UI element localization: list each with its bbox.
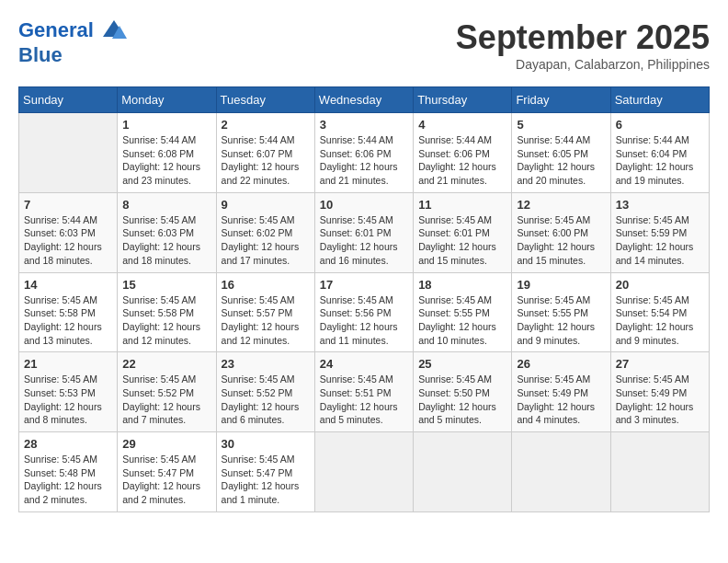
calendar-cell: 21Sunrise: 5:45 AM Sunset: 5:53 PM Dayli… bbox=[19, 352, 118, 432]
day-number: 8 bbox=[122, 198, 210, 212]
day-info: Sunrise: 5:45 AM Sunset: 5:48 PM Dayligh… bbox=[24, 453, 112, 507]
calendar-cell: 24Sunrise: 5:45 AM Sunset: 5:51 PM Dayli… bbox=[314, 352, 413, 432]
calendar-cell: 10Sunrise: 5:45 AM Sunset: 6:01 PM Dayli… bbox=[314, 192, 413, 272]
calendar-cell: 16Sunrise: 5:45 AM Sunset: 5:57 PM Dayli… bbox=[216, 272, 314, 352]
calendar-cell: 11Sunrise: 5:45 AM Sunset: 6:01 PM Dayli… bbox=[414, 192, 512, 272]
calendar-cell: 3Sunrise: 5:44 AM Sunset: 6:06 PM Daylig… bbox=[314, 113, 413, 193]
calendar-cell: 1Sunrise: 5:44 AM Sunset: 6:08 PM Daylig… bbox=[118, 113, 216, 193]
day-number: 30 bbox=[222, 437, 310, 451]
day-info: Sunrise: 5:45 AM Sunset: 6:00 PM Dayligh… bbox=[517, 213, 605, 268]
day-info: Sunrise: 5:44 AM Sunset: 6:07 PM Dayligh… bbox=[222, 133, 310, 188]
weekday-header: Monday bbox=[118, 87, 216, 113]
calendar-cell: 6Sunrise: 5:44 AM Sunset: 6:04 PM Daylig… bbox=[610, 113, 709, 193]
calendar-cell: 17Sunrise: 5:45 AM Sunset: 5:56 PM Dayli… bbox=[314, 272, 413, 352]
calendar-cell: 7Sunrise: 5:44 AM Sunset: 6:03 PM Daylig… bbox=[19, 192, 118, 272]
day-number: 11 bbox=[418, 198, 506, 212]
calendar-cell: 22Sunrise: 5:45 AM Sunset: 5:52 PM Dayli… bbox=[118, 352, 216, 432]
day-number: 22 bbox=[122, 357, 210, 371]
day-info: Sunrise: 5:45 AM Sunset: 5:58 PM Dayligh… bbox=[122, 293, 210, 348]
day-number: 28 bbox=[24, 437, 112, 451]
calendar-cell: 23Sunrise: 5:45 AM Sunset: 5:52 PM Dayli… bbox=[216, 352, 314, 432]
day-number: 3 bbox=[320, 118, 408, 132]
day-info: Sunrise: 5:45 AM Sunset: 6:01 PM Dayligh… bbox=[320, 213, 408, 268]
calendar-week-row: 1Sunrise: 5:44 AM Sunset: 6:08 PM Daylig… bbox=[19, 113, 710, 193]
month-title: September 2025 bbox=[456, 18, 710, 57]
weekday-header: Tuesday bbox=[216, 87, 314, 113]
day-info: Sunrise: 5:45 AM Sunset: 5:52 PM Dayligh… bbox=[122, 373, 210, 427]
calendar-cell: 19Sunrise: 5:45 AM Sunset: 5:55 PM Dayli… bbox=[512, 272, 610, 352]
day-info: Sunrise: 5:44 AM Sunset: 6:06 PM Dayligh… bbox=[418, 133, 506, 188]
calendar-cell bbox=[414, 432, 512, 512]
day-number: 6 bbox=[616, 118, 704, 132]
day-info: Sunrise: 5:45 AM Sunset: 5:58 PM Dayligh… bbox=[24, 293, 112, 348]
day-number: 10 bbox=[320, 198, 408, 212]
header-row: SundayMondayTuesdayWednesdayThursdayFrid… bbox=[19, 87, 710, 113]
day-number: 26 bbox=[517, 357, 605, 371]
day-info: Sunrise: 5:45 AM Sunset: 5:53 PM Dayligh… bbox=[24, 373, 112, 427]
day-number: 19 bbox=[517, 278, 605, 292]
calendar-cell bbox=[512, 432, 610, 512]
day-number: 14 bbox=[24, 278, 112, 292]
day-info: Sunrise: 5:45 AM Sunset: 6:01 PM Dayligh… bbox=[418, 213, 506, 268]
weekday-header: Saturday bbox=[610, 87, 709, 113]
calendar-week-row: 14Sunrise: 5:45 AM Sunset: 5:58 PM Dayli… bbox=[19, 272, 710, 352]
calendar-cell bbox=[314, 432, 413, 512]
day-info: Sunrise: 5:44 AM Sunset: 6:08 PM Dayligh… bbox=[122, 133, 210, 188]
day-info: Sunrise: 5:45 AM Sunset: 5:50 PM Dayligh… bbox=[418, 373, 506, 427]
calendar-cell bbox=[610, 432, 709, 512]
day-number: 15 bbox=[122, 278, 210, 292]
day-number: 21 bbox=[24, 357, 112, 371]
day-number: 23 bbox=[222, 357, 310, 371]
day-number: 16 bbox=[222, 278, 310, 292]
calendar-table: SundayMondayTuesdayWednesdayThursdayFrid… bbox=[18, 86, 710, 512]
calendar-cell: 14Sunrise: 5:45 AM Sunset: 5:58 PM Dayli… bbox=[19, 272, 118, 352]
calendar-header: SundayMondayTuesdayWednesdayThursdayFrid… bbox=[19, 87, 710, 113]
calendar-cell: 30Sunrise: 5:45 AM Sunset: 5:47 PM Dayli… bbox=[216, 432, 314, 512]
day-info: Sunrise: 5:45 AM Sunset: 6:02 PM Dayligh… bbox=[222, 213, 310, 268]
title-block: September 2025 Dayapan, Calabarzon, Phil… bbox=[456, 18, 710, 72]
day-info: Sunrise: 5:45 AM Sunset: 5:49 PM Dayligh… bbox=[517, 373, 605, 427]
day-info: Sunrise: 5:45 AM Sunset: 5:56 PM Dayligh… bbox=[320, 293, 408, 348]
day-number: 20 bbox=[616, 278, 704, 292]
day-info: Sunrise: 5:44 AM Sunset: 6:04 PM Dayligh… bbox=[616, 133, 704, 188]
calendar-week-row: 21Sunrise: 5:45 AM Sunset: 5:53 PM Dayli… bbox=[19, 352, 710, 432]
calendar-cell: 29Sunrise: 5:45 AM Sunset: 5:47 PM Dayli… bbox=[118, 432, 216, 512]
calendar-cell: 8Sunrise: 5:45 AM Sunset: 6:03 PM Daylig… bbox=[118, 192, 216, 272]
day-info: Sunrise: 5:45 AM Sunset: 5:54 PM Dayligh… bbox=[616, 293, 704, 348]
day-number: 17 bbox=[320, 278, 408, 292]
weekday-header: Thursday bbox=[414, 87, 512, 113]
day-number: 5 bbox=[517, 118, 605, 132]
day-info: Sunrise: 5:44 AM Sunset: 6:05 PM Dayligh… bbox=[517, 133, 605, 188]
calendar-cell: 12Sunrise: 5:45 AM Sunset: 6:00 PM Dayli… bbox=[512, 192, 610, 272]
day-number: 9 bbox=[222, 198, 310, 212]
calendar-week-row: 7Sunrise: 5:44 AM Sunset: 6:03 PM Daylig… bbox=[19, 192, 710, 272]
day-info: Sunrise: 5:45 AM Sunset: 5:47 PM Dayligh… bbox=[122, 453, 210, 507]
calendar-cell: 26Sunrise: 5:45 AM Sunset: 5:49 PM Dayli… bbox=[512, 352, 610, 432]
day-number: 13 bbox=[616, 198, 704, 212]
calendar-cell: 25Sunrise: 5:45 AM Sunset: 5:50 PM Dayli… bbox=[414, 352, 512, 432]
day-info: Sunrise: 5:45 AM Sunset: 5:57 PM Dayligh… bbox=[222, 293, 310, 348]
calendar-cell: 27Sunrise: 5:45 AM Sunset: 5:49 PM Dayli… bbox=[610, 352, 709, 432]
calendar-cell bbox=[19, 113, 118, 193]
weekday-header: Friday bbox=[512, 87, 610, 113]
day-info: Sunrise: 5:45 AM Sunset: 5:51 PM Dayligh… bbox=[320, 373, 408, 427]
day-info: Sunrise: 5:44 AM Sunset: 6:03 PM Dayligh… bbox=[24, 213, 112, 268]
day-info: Sunrise: 5:45 AM Sunset: 6:03 PM Dayligh… bbox=[122, 213, 210, 268]
logo: General Blue bbox=[18, 18, 127, 66]
location-subtitle: Dayapan, Calabarzon, Philippines bbox=[456, 57, 710, 72]
logo-blue-text: Blue bbox=[18, 44, 127, 66]
day-info: Sunrise: 5:45 AM Sunset: 5:55 PM Dayligh… bbox=[517, 293, 605, 348]
day-info: Sunrise: 5:45 AM Sunset: 5:52 PM Dayligh… bbox=[222, 373, 310, 427]
weekday-header: Wednesday bbox=[314, 87, 413, 113]
day-number: 25 bbox=[418, 357, 506, 371]
calendar-cell: 13Sunrise: 5:45 AM Sunset: 5:59 PM Dayli… bbox=[610, 192, 709, 272]
day-number: 7 bbox=[24, 198, 112, 212]
day-number: 4 bbox=[418, 118, 506, 132]
day-info: Sunrise: 5:45 AM Sunset: 5:59 PM Dayligh… bbox=[616, 213, 704, 268]
calendar-cell: 15Sunrise: 5:45 AM Sunset: 5:58 PM Dayli… bbox=[118, 272, 216, 352]
day-number: 27 bbox=[616, 357, 704, 371]
day-number: 29 bbox=[122, 437, 210, 451]
calendar-cell: 5Sunrise: 5:44 AM Sunset: 6:05 PM Daylig… bbox=[512, 113, 610, 193]
calendar-body: 1Sunrise: 5:44 AM Sunset: 6:08 PM Daylig… bbox=[19, 113, 710, 512]
day-number: 2 bbox=[222, 118, 310, 132]
